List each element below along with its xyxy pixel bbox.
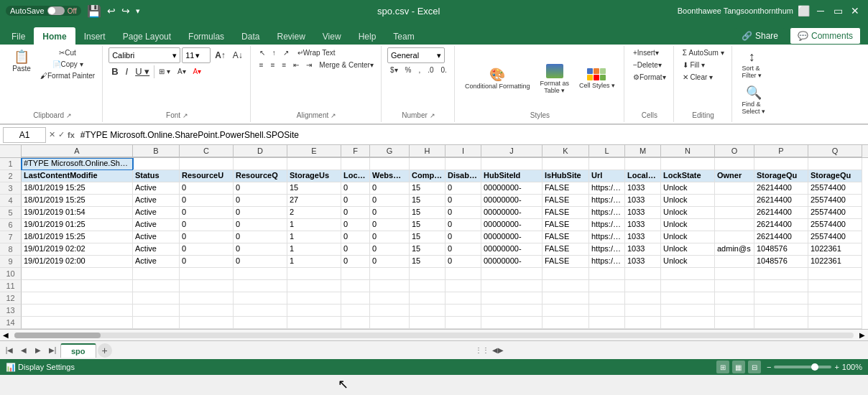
cell-r10-c4[interactable] <box>234 268 287 280</box>
tab-formulas[interactable]: Formulas <box>180 27 233 45</box>
cell-r14-c6[interactable] <box>341 317 370 329</box>
cell-r6-c4[interactable]: 0 <box>234 219 287 231</box>
cell-r10-c6[interactable] <box>341 268 370 280</box>
cell-r8-c7[interactable]: 0 <box>370 243 410 256</box>
cell-r1-c11[interactable] <box>542 158 589 170</box>
align-top-btn[interactable]: ↑ <box>269 47 279 58</box>
decrease-decimal-btn[interactable]: 0. <box>438 65 450 75</box>
align-top-right-btn[interactable]: ↗ <box>280 47 292 58</box>
cell-r2-c9[interactable]: DisableSh <box>445 170 481 182</box>
tab-data[interactable]: Data <box>233 27 268 45</box>
cell-r13-c4[interactable] <box>234 305 287 317</box>
fill-btn[interactable]: ⬇ Fill ▾ <box>680 60 708 70</box>
cell-r7-c3[interactable]: 0 <box>180 231 234 243</box>
scroll-track[interactable] <box>14 333 854 338</box>
cell-r2-c13[interactable]: LocaleId <box>625 170 661 182</box>
decrease-font-btn[interactable]: A↓ <box>230 49 246 62</box>
cell-r13-c15[interactable] <box>715 305 754 317</box>
cell-r1-c14[interactable] <box>661 158 715 170</box>
cell-r8-c3[interactable]: 0 <box>180 243 234 256</box>
cell-r8-c4[interactable]: 0 <box>234 243 287 256</box>
insert-btn[interactable]: + Insert ▾ <box>630 47 662 58</box>
cell-r11-c3[interactable] <box>180 280 234 292</box>
cell-r9-c15[interactable] <box>715 256 754 268</box>
cell-r9-c16[interactable]: 1048576 <box>754 256 808 268</box>
cell-r11-c1[interactable] <box>22 280 133 292</box>
cell-r7-c8[interactable]: 15 <box>410 231 445 243</box>
cell-r13-c8[interactable] <box>410 305 445 317</box>
scroll-thumb[interactable] <box>14 333 101 338</box>
cell-r4-c7[interactable]: 0 <box>370 195 410 207</box>
cell-r9-c13[interactable]: 1033 <box>625 256 661 268</box>
cell-r8-c13[interactable]: 1033 <box>625 243 661 256</box>
cell-r8-c8[interactable]: 15 <box>410 243 445 256</box>
scroll-left-btn[interactable]: ◀ <box>0 331 11 339</box>
cell-r14-c5[interactable] <box>287 317 341 329</box>
horizontal-scrollbar[interactable]: ◀ ▶ <box>0 329 868 340</box>
normal-view-btn[interactable]: ⊞ <box>716 361 729 373</box>
font-color-btn[interactable]: A▾ <box>190 66 205 77</box>
cell-r6-c9[interactable]: 0 <box>445 219 481 231</box>
underline-btn[interactable]: U ▾ <box>132 65 152 78</box>
cell-r1-c13[interactable] <box>625 158 661 170</box>
cell-r3-c15[interactable] <box>715 182 754 195</box>
cell-r13-c1[interactable] <box>22 305 133 317</box>
cell-r14-c7[interactable] <box>370 317 410 329</box>
cell-r10-c3[interactable] <box>180 268 234 280</box>
cell-reference[interactable]: A1 <box>3 127 46 143</box>
cell-r1-c4[interactable] <box>234 158 287 170</box>
maximize-btn[interactable]: ▭ <box>831 4 845 18</box>
cell-r11-c4[interactable] <box>234 280 287 292</box>
cell-r3-c12[interactable]: https://sp <box>589 182 625 195</box>
format-painter-button[interactable]: 🖌 Format Painter <box>37 70 98 81</box>
cell-r7-c7[interactable]: 0 <box>370 231 410 243</box>
cell-r8-c2[interactable]: Active <box>133 243 180 256</box>
tab-page-layout[interactable]: Page Layout <box>114 27 180 45</box>
col-header-i[interactable]: I <box>445 145 481 157</box>
cell-r12-c5[interactable] <box>287 292 341 305</box>
cell-r11-c15[interactable] <box>715 280 754 292</box>
cell-r10-c15[interactable] <box>715 268 754 280</box>
cell-r5-c1[interactable]: 19/01/2019 01:54 <box>22 207 133 219</box>
cell-r4-c10[interactable]: 00000000- <box>481 195 542 207</box>
col-header-e[interactable]: E <box>287 145 341 157</box>
cell-r2-c14[interactable]: LockState <box>661 170 715 182</box>
cell-r8-c12[interactable]: https://sp <box>589 243 625 256</box>
increase-font-btn[interactable]: A↑ <box>212 49 228 62</box>
font-name-selector[interactable]: Calibri ▾ <box>108 47 180 63</box>
cell-r13-c17[interactable] <box>808 305 862 317</box>
cell-r2-c8[interactable]: Compatib <box>410 170 445 182</box>
cell-r8-c9[interactable]: 0 <box>445 243 481 256</box>
comments-button[interactable]: 💬 Comments <box>790 27 861 45</box>
page-break-view-btn[interactable]: ⊟ <box>748 361 761 373</box>
cell-r6-c2[interactable]: Active <box>133 219 180 231</box>
cell-r11-c10[interactable] <box>481 280 542 292</box>
cell-r12-c8[interactable] <box>410 292 445 305</box>
cell-r6-c16[interactable]: 26214400 <box>754 219 808 231</box>
cell-r3-c1[interactable]: 18/01/2019 15:25 <box>22 182 133 195</box>
cell-r13-c3[interactable] <box>180 305 234 317</box>
cell-r4-c5[interactable]: 27 <box>287 195 341 207</box>
cell-r1-c6[interactable] <box>341 158 370 170</box>
conditional-formatting-btn[interactable]: 🎨 Conditional Formatting <box>461 65 535 93</box>
cell-r14-c1[interactable] <box>22 317 133 329</box>
col-header-a[interactable]: A <box>22 145 133 157</box>
undo-icon[interactable]: ↩ <box>107 5 116 17</box>
cell-r6-c6[interactable]: 0 <box>341 219 370 231</box>
cell-r2-c17[interactable]: StorageQu <box>808 170 862 182</box>
cell-r4-c13[interactable]: 1033 <box>625 195 661 207</box>
cell-r13-c13[interactable] <box>625 305 661 317</box>
tab-file[interactable]: File <box>3 27 34 45</box>
restore-btn[interactable]: ⬜ <box>796 4 811 18</box>
cell-r6-c7[interactable]: 0 <box>370 219 410 231</box>
scroll-right-btn[interactable]: ▶ <box>857 331 868 339</box>
col-header-l[interactable]: L <box>589 145 625 157</box>
align-top-left-btn[interactable]: ↖ <box>257 47 268 58</box>
cell-r11-c2[interactable] <box>133 280 180 292</box>
cell-r6-c11[interactable]: FALSE <box>542 219 589 231</box>
cell-r2-c5[interactable]: StorageUs <box>287 170 341 182</box>
col-header-j[interactable]: J <box>481 145 542 157</box>
cell-r10-c7[interactable] <box>370 268 410 280</box>
cell-r13-c11[interactable] <box>542 305 589 317</box>
cell-r14-c16[interactable] <box>754 317 808 329</box>
